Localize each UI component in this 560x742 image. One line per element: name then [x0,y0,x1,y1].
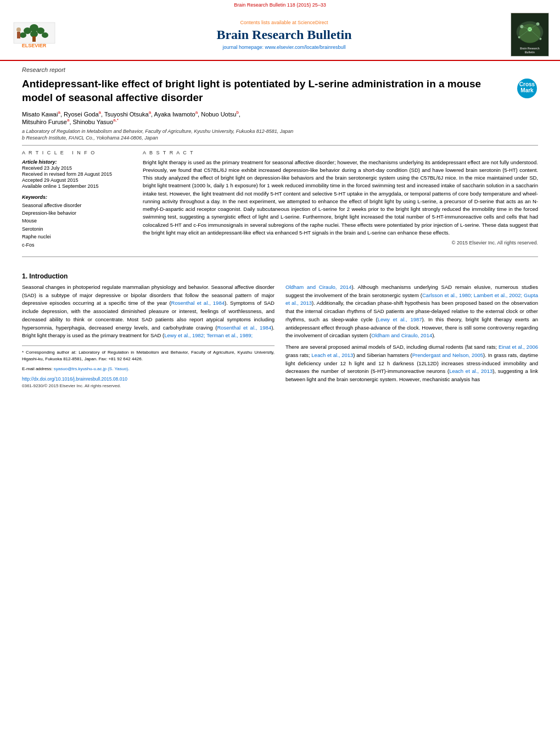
svg-rect-9 [17,32,20,38]
svg-point-6 [42,32,48,38]
issn-text: 0361-9230/© 2015 Elsevier Inc. All right… [22,383,275,389]
intro-col2-p2: There are several proposed animal models… [285,343,538,384]
article-type: Research report [22,66,538,73]
cover-svg: Brain Research Bulletin [511,13,548,57]
affiliation-b: b Research Institute, FANCL Co., Yokoham… [22,135,538,141]
ref-rosenthal1984-1[interactable]: Rosenthal et al., 1984 [171,300,225,306]
doi-link[interactable]: http://dx.doi.org/10.1016/j.brainresbull… [22,376,275,383]
svg-text:Bulletin: Bulletin [525,51,535,54]
intro-col2-p1: Oldham and Ciraulo, 2014). Although mech… [285,283,538,340]
citation-bar: Brain Research Bulletin 118 (2015) 25–33 [0,0,560,8]
intro-columns: Seasonal changes in photoperiod regulate… [22,283,538,390]
abstract-col: A B S T R A C T Bright light therapy is … [143,150,538,249]
svg-text:Brain Research: Brain Research [520,47,540,50]
homepage-url[interactable]: www.elsevier.com/locate/brainresbull [265,44,346,50]
intro-p1: Seasonal changes in photoperiod regulate… [22,283,275,340]
journal-citation: Brain Research Bulletin 118 (2015) 25–33 [234,2,326,8]
copyright: © 2015 Elsevier Inc. All rights reserved… [143,240,538,246]
keyword-6: c-Fos [22,241,132,249]
content-area: Research report Antidepressant-like effe… [0,61,560,267]
abstract-paragraph: Bright light therapy is used as the prim… [143,159,538,237]
intro-col-right: Oldham and Ciraulo, 2014). Although mech… [285,283,538,390]
svg-text:Cross: Cross [519,81,535,87]
ref-einat2006[interactable]: Einat et al., 2006 [499,344,538,350]
elsevier-logo-svg: ELSEVIER [11,20,58,50]
svg-point-8 [16,27,21,32]
body-content: 1. Introduction Seasonal changes in phot… [0,267,560,395]
accepted-date: Accepted 29 August 2015 [22,177,79,183]
available-date: Available online 1 September 2015 [22,183,98,189]
footnote-corresponding: * Corresponding author at: Laboratory of… [22,349,275,362]
keyword-3: Mouse [22,217,132,225]
svg-text:ELSEVIER: ELSEVIER [22,43,47,48]
crossmark-svg: Cross Mark [516,77,538,99]
svg-rect-7 [32,36,36,42]
abstract-text: Bright light therapy is used as the prim… [143,159,538,237]
ref-leach2013-2[interactable]: Leach et al., 2013 [449,368,492,374]
ref-lewy1987[interactable]: Lewy et al., 1987 [378,316,422,322]
journal-header: ELSEVIER Contents lists available at Sci… [0,8,560,61]
ref-oldham2014-1[interactable]: Oldham and Ciraulo, 2014 [285,284,351,290]
abstract-label: A B S T R A C T [143,150,538,155]
article-info-col: A R T I C L E I N F O Article history: R… [22,150,132,249]
ref-lewy1982[interactable]: Lewy et al., 1982; Terman et al., 1989; [164,332,253,338]
ref-rosenthal1984-2[interactable]: Rosenthal et al., 1984 [217,325,271,331]
keyword-4: Serotonin [22,225,132,233]
crossmark-icon[interactable]: Cross Mark [516,77,538,99]
ref-prendergast2005[interactable]: Prendergast and Nelson, 2005 [412,352,483,358]
article-info-abstract: A R T I C L E I N F O Article history: R… [22,150,538,249]
affiliation-a: a Laboratory of Regulation in Metabolism… [22,129,538,134]
elsevier-logo: ELSEVIER [11,20,58,50]
keyword-5: Raphe nuclei [22,233,132,241]
ref-leach2013-1[interactable]: Leach et al., 2013 [311,352,353,358]
sciencedirect-link: Contents lists available at ScienceDirec… [69,20,500,25]
journal-homepage: journal homepage: www.elsevier.com/locat… [69,44,500,50]
received-date: Received 23 July 2015 [22,165,72,171]
footnote-email-link[interactable]: syasuo@trs.kyushu-u.ac.jp (S. Yasuo). [54,366,130,371]
article-info-label: A R T I C L E I N F O [22,150,132,155]
sciencedirect-text[interactable]: ScienceDirect [298,20,328,25]
divider-2 [22,256,538,257]
svg-text:Mark: Mark [520,87,534,93]
article-history: Article history: Received 23 July 2015 R… [22,159,132,189]
intro-col-left: Seasonal changes in photoperiod regulate… [22,283,275,390]
keyword-2: Depression-like behavior [22,209,132,217]
keyword-1: Seasonal affective disorder [22,202,132,209]
journal-cover-image: Brain Research Bulletin [511,13,549,57]
revised-date: Received in revised form 28 August 2015 [22,171,112,177]
svg-point-4 [20,32,26,38]
divider-1 [22,145,538,146]
title-row: Antidepressant-like effect of bright lig… [22,77,538,110]
affiliations: a Laboratory of Regulation in Metabolism… [22,129,538,141]
header-center: Contents lists available at ScienceDirec… [58,20,511,50]
journal-name: Brain Research Bulletin [69,27,500,42]
authors: Misato Kawaia, Ryosei Godaa, Tsuyoshi Ot… [22,110,538,125]
footnote-area: * Corresponding author at: Laboratory of… [22,345,275,372]
ref-carlsson1980[interactable]: Carlsson et al., 1980; Lambert et al., 2… [285,292,538,306]
page-wrapper: Brain Research Bulletin 118 (2015) 25–33 [0,0,560,395]
footnote-email: E-mail address: syasuo@trs.kyushu-u.ac.j… [22,366,275,372]
ref-oldham2014-2[interactable]: Oldham and Ciraulo, 2014 [371,332,432,338]
keywords-section: Keywords: Seasonal affective disorder De… [22,194,132,249]
intro-title: 1. Introduction [22,272,538,280]
history-label: Article history: [22,159,57,165]
article-title: Antidepressant-like effect of bright lig… [22,77,511,104]
keywords-label: Keywords: [22,194,132,200]
